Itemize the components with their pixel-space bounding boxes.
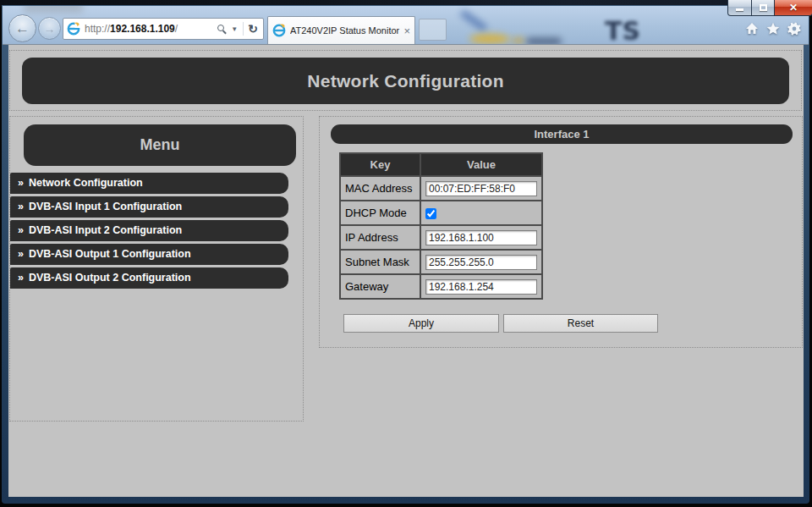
menu-bullet: » <box>18 248 24 260</box>
forward-arrow-icon: → <box>44 23 56 35</box>
column-header-key: Key <box>340 153 420 176</box>
menu-item-label: DVB-ASI Input 1 Configuration <box>29 201 182 212</box>
menu-panel: Menu »Network Configuration»DVB-ASI Inpu… <box>9 116 304 422</box>
maximize-button[interactable] <box>752 0 775 16</box>
url-path: / <box>175 23 178 35</box>
table-row: Gateway <box>340 274 542 299</box>
tab-title: AT240V2IP Status Monitor -... <box>290 25 401 36</box>
command-bar <box>744 21 801 36</box>
key-cell: Gateway <box>340 274 420 299</box>
url-text[interactable]: http://192.168.1.109/ <box>85 23 216 35</box>
key-cell: Subnet Mask <box>340 250 420 274</box>
menu-item-label: DVB-ASI Input 2 Configuration <box>29 224 182 236</box>
dhcp-checkbox[interactable] <box>425 208 436 219</box>
settings-gear-icon[interactable] <box>787 21 801 36</box>
menu-item-2[interactable]: »DVB-ASI Input 1 Configuration <box>10 196 288 218</box>
interface-table-body: MAC AddressDHCP ModeIP AddressSubnet Mas… <box>340 176 542 299</box>
tab-close-icon[interactable]: × <box>403 25 410 36</box>
window-caption-buttons: ✕ <box>727 0 812 16</box>
chevron-down-icon[interactable]: ▼ <box>231 25 238 33</box>
menu-bullet: » <box>18 177 24 189</box>
table-row: MAC Address <box>340 176 542 201</box>
background-blur-shape <box>469 34 510 44</box>
background-blur-shape <box>24 6 83 13</box>
maximize-icon <box>760 4 767 11</box>
menu-item-1[interactable]: »Network Configuration <box>10 173 288 194</box>
search-icon[interactable] <box>217 25 227 34</box>
value-cell <box>420 201 542 225</box>
ip-address-input[interactable] <box>425 230 537 245</box>
menu-item-label: DVB-ASI Output 1 Configuration <box>29 248 191 260</box>
divider <box>243 22 244 36</box>
page-title: Network Configuration <box>22 58 789 104</box>
value-cell <box>420 274 542 299</box>
back-button[interactable]: ← <box>8 14 36 42</box>
table-row: Subnet Mask <box>340 250 542 274</box>
value-cell <box>420 176 542 201</box>
forward-button[interactable]: → <box>38 17 61 40</box>
mac-address-input[interactable] <box>425 181 537 196</box>
key-cell: MAC Address <box>340 176 420 201</box>
minimize-button[interactable] <box>727 0 752 16</box>
menu-item-4[interactable]: »DVB-ASI Output 1 Configuration <box>10 244 288 265</box>
menu-bullet: » <box>18 272 24 284</box>
screen: TS ✕ ← → http://192.168.1.109/ ▼ ↻ AT <box>0 0 812 507</box>
subnet-mask-input[interactable] <box>425 255 537 270</box>
background-blur-text: TS <box>605 16 664 43</box>
url-host: 192.168.1.109 <box>110 23 175 35</box>
home-icon[interactable] <box>744 21 759 36</box>
table-row: IP Address <box>340 225 542 250</box>
value-cell <box>420 225 542 250</box>
menu-item-5[interactable]: »DVB-ASI Output 2 Configuration <box>10 267 288 289</box>
menu-item-3[interactable]: »DVB-ASI Input 2 Configuration <box>10 220 288 241</box>
interface-title: Interface 1 <box>331 124 793 144</box>
gateway-input[interactable] <box>425 279 537 295</box>
back-arrow-icon: ← <box>15 21 30 36</box>
interface-table: Key Value MAC AddressDHCP ModeIP Address… <box>339 152 543 300</box>
menu-bullet: » <box>18 201 24 212</box>
menu-item-label: Network Configuration <box>29 177 143 189</box>
ie-icon <box>272 24 286 37</box>
key-cell: IP Address <box>340 225 420 250</box>
new-tab-button[interactable] <box>419 19 447 41</box>
minimize-icon <box>736 8 743 11</box>
page-header-section: Network Configuration <box>9 50 802 111</box>
url-scheme: http:// <box>85 23 110 35</box>
refresh-icon[interactable]: ↻ <box>248 23 258 35</box>
browser-tab[interactable]: AT240V2IP Status Monitor -... × <box>267 16 415 44</box>
menu-bullet: » <box>18 224 24 236</box>
ie-icon <box>67 22 80 36</box>
close-button[interactable]: ✕ <box>775 0 812 16</box>
close-icon: ✕ <box>789 3 798 13</box>
apply-button[interactable]: Apply <box>343 314 499 333</box>
address-bar[interactable]: http://192.168.1.109/ ▼ ↻ <box>63 18 264 40</box>
column-header-value: Value <box>420 153 542 176</box>
menu-list: »Network Configuration»DVB-ASI Input 1 C… <box>10 173 288 291</box>
key-cell: DHCP Mode <box>340 201 420 225</box>
background-blur-shape <box>527 38 561 44</box>
background-blur-shape <box>460 10 487 31</box>
reset-button[interactable]: Reset <box>503 314 658 333</box>
value-cell <box>420 250 542 274</box>
background-blur-shape <box>512 37 525 44</box>
menu-title: Menu <box>24 124 296 166</box>
table-row: DHCP Mode <box>340 201 542 225</box>
interface-panel: Interface 1 Key Value MAC AddressDHCP Mo… <box>319 116 803 348</box>
favorites-star-icon[interactable] <box>765 21 780 36</box>
menu-item-label: DVB-ASI Output 2 Configuration <box>29 272 191 284</box>
page-content: Network Configuration Menu »Network Conf… <box>8 45 804 497</box>
